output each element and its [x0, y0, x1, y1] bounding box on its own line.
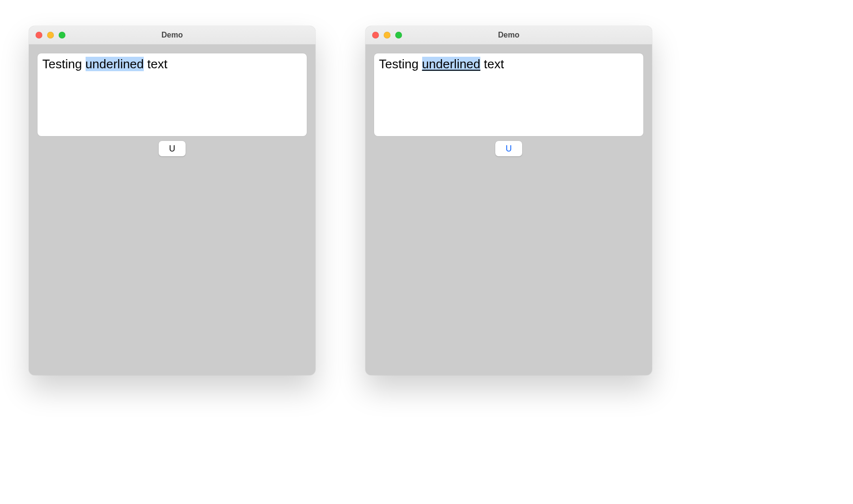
- window-title: Demo: [365, 31, 652, 39]
- text-after: text: [144, 57, 167, 71]
- selected-text: underlined: [86, 57, 144, 71]
- traffic-lights: [372, 32, 402, 38]
- minimize-icon[interactable]: [47, 32, 54, 38]
- text-before: Testing: [379, 57, 422, 71]
- text-area[interactable]: Testing underlined text: [374, 53, 643, 136]
- toolbar: U: [38, 141, 307, 156]
- window-body: Testing underlined text U: [29, 45, 315, 165]
- app-window-left: Demo Testing underlined text U: [29, 26, 315, 375]
- toolbar: U: [374, 141, 643, 156]
- text-before: Testing: [42, 57, 86, 71]
- underline-button[interactable]: U: [495, 141, 522, 156]
- minimize-icon[interactable]: [384, 32, 390, 38]
- selected-text: underlined: [422, 57, 480, 71]
- text-area[interactable]: Testing underlined text: [38, 53, 307, 136]
- window-body: Testing underlined text U: [365, 45, 652, 165]
- text-after: text: [480, 57, 504, 71]
- zoom-icon[interactable]: [59, 32, 65, 38]
- app-window-right: Demo Testing underlined text U: [365, 26, 652, 375]
- window-title: Demo: [29, 31, 315, 39]
- traffic-lights: [36, 32, 65, 38]
- titlebar[interactable]: Demo: [365, 26, 652, 45]
- titlebar[interactable]: Demo: [29, 26, 315, 45]
- close-icon[interactable]: [36, 32, 42, 38]
- underline-button[interactable]: U: [159, 141, 186, 156]
- zoom-icon[interactable]: [395, 32, 402, 38]
- close-icon[interactable]: [372, 32, 379, 38]
